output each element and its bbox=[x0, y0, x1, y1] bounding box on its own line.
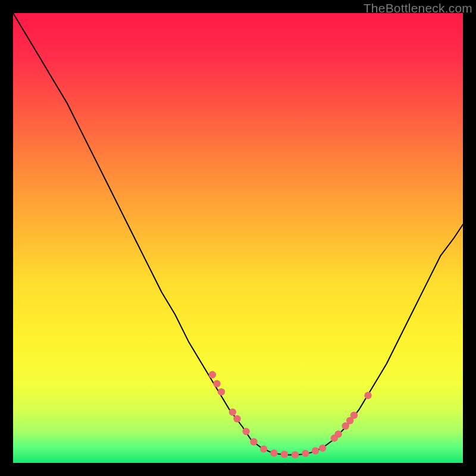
marker-dot bbox=[281, 450, 288, 458]
marker-dot bbox=[213, 380, 220, 387]
watermark-text: TheBottleneck.com bbox=[364, 1, 472, 15]
marker-dot bbox=[302, 450, 309, 457]
marker-dot bbox=[319, 444, 326, 452]
marker-dot bbox=[334, 430, 342, 437]
chart-frame bbox=[13, 13, 463, 463]
marker-dot bbox=[229, 408, 236, 415]
marker-dot bbox=[270, 449, 277, 456]
marker-dot bbox=[292, 451, 299, 458]
marker-dot bbox=[242, 428, 249, 435]
marker-dot bbox=[350, 412, 358, 419]
marker-dot bbox=[209, 371, 216, 378]
marker-dot bbox=[260, 445, 267, 452]
marker-dot bbox=[364, 392, 371, 399]
marker-dot bbox=[250, 438, 257, 445]
marker-dot bbox=[218, 388, 225, 395]
bottleneck-chart bbox=[13, 13, 463, 463]
marker-dot bbox=[312, 447, 319, 454]
gradient-background bbox=[13, 13, 463, 463]
marker-dot bbox=[233, 415, 240, 422]
